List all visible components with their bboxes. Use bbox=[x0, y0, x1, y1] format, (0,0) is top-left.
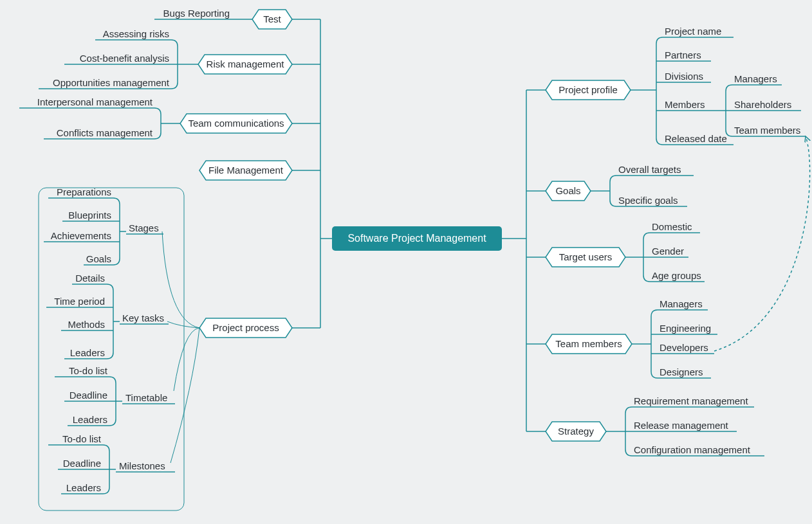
mindmap-canvas: Software Project Management Project prof… bbox=[0, 0, 812, 524]
svg-text:Leaders: Leaders bbox=[70, 347, 105, 358]
svg-text:Details: Details bbox=[75, 273, 105, 284]
svg-text:Managers: Managers bbox=[660, 298, 703, 309]
svg-text:Divisions: Divisions bbox=[665, 71, 703, 82]
svg-text:To-do list: To-do list bbox=[69, 365, 108, 376]
svg-text:Deadline: Deadline bbox=[63, 458, 101, 469]
svg-text:Assessing risks: Assessing risks bbox=[103, 28, 169, 39]
svg-text:Strategy: Strategy bbox=[558, 426, 594, 437]
svg-text:Release management: Release management bbox=[634, 420, 729, 431]
svg-text:Interpersonal management: Interpersonal management bbox=[37, 96, 153, 107]
svg-text:Stages: Stages bbox=[129, 222, 159, 233]
svg-text:Key tasks: Key tasks bbox=[122, 312, 164, 323]
leaf-members: Members bbox=[665, 99, 705, 110]
svg-text:Target users: Target users bbox=[559, 251, 613, 262]
svg-text:Team communications: Team communications bbox=[188, 118, 284, 129]
svg-text:Deadline: Deadline bbox=[69, 390, 107, 401]
svg-text:Managers: Managers bbox=[734, 73, 777, 84]
svg-text:Team members: Team members bbox=[555, 338, 622, 349]
svg-text:Project profile: Project profile bbox=[558, 84, 618, 95]
central-label: Software Project Management bbox=[347, 233, 486, 244]
relation-developers-teammembers bbox=[714, 136, 810, 351]
svg-text:Achievements: Achievements bbox=[51, 230, 111, 241]
svg-text:File Management: File Management bbox=[208, 165, 284, 176]
svg-text:Leaders: Leaders bbox=[66, 482, 101, 493]
svg-text:Goals: Goals bbox=[86, 253, 111, 264]
svg-text:Goals: Goals bbox=[555, 185, 580, 196]
svg-text:Released date: Released date bbox=[665, 133, 727, 144]
svg-text:Methods: Methods bbox=[68, 319, 105, 330]
svg-text:Overall targets: Overall targets bbox=[618, 164, 681, 175]
svg-text:Preparations: Preparations bbox=[57, 186, 111, 197]
svg-text:Partners: Partners bbox=[665, 50, 701, 60]
svg-text:Conflicts management: Conflicts management bbox=[57, 127, 153, 138]
leaf-developers: Developers bbox=[660, 342, 708, 353]
svg-text:Timetable: Timetable bbox=[125, 392, 167, 403]
svg-text:Project name: Project name bbox=[665, 26, 721, 37]
svg-text:Bugs Reporting: Bugs Reporting bbox=[163, 8, 230, 19]
svg-text:Opportunities management: Opportunities management bbox=[53, 77, 170, 88]
svg-text:Configuration management: Configuration management bbox=[634, 444, 751, 455]
svg-text:Domestic: Domestic bbox=[652, 221, 692, 232]
svg-text:Test: Test bbox=[263, 14, 281, 24]
svg-text:Designers: Designers bbox=[660, 366, 703, 377]
svg-text:Time period: Time period bbox=[54, 296, 105, 307]
svg-text:Specific goals: Specific goals bbox=[618, 195, 678, 206]
svg-text:Leaders: Leaders bbox=[73, 414, 107, 425]
svg-text:Milestones: Milestones bbox=[119, 460, 165, 471]
svg-text:To-do list: To-do list bbox=[62, 433, 102, 444]
svg-text:Project process: Project process bbox=[212, 322, 279, 333]
svg-text:Requirement management: Requirement management bbox=[634, 395, 748, 406]
svg-text:Engineering: Engineering bbox=[660, 323, 711, 334]
svg-text:Blueprints: Blueprints bbox=[68, 210, 111, 221]
svg-text:Cost-benefit analysis: Cost-benefit analysis bbox=[80, 53, 169, 64]
svg-text:Risk management: Risk management bbox=[207, 59, 285, 69]
svg-text:Gender: Gender bbox=[652, 246, 684, 257]
svg-text:Age groups: Age groups bbox=[652, 270, 701, 281]
svg-text:Shareholders: Shareholders bbox=[734, 99, 791, 110]
leaf-team-members-pp: Team members bbox=[734, 125, 800, 136]
